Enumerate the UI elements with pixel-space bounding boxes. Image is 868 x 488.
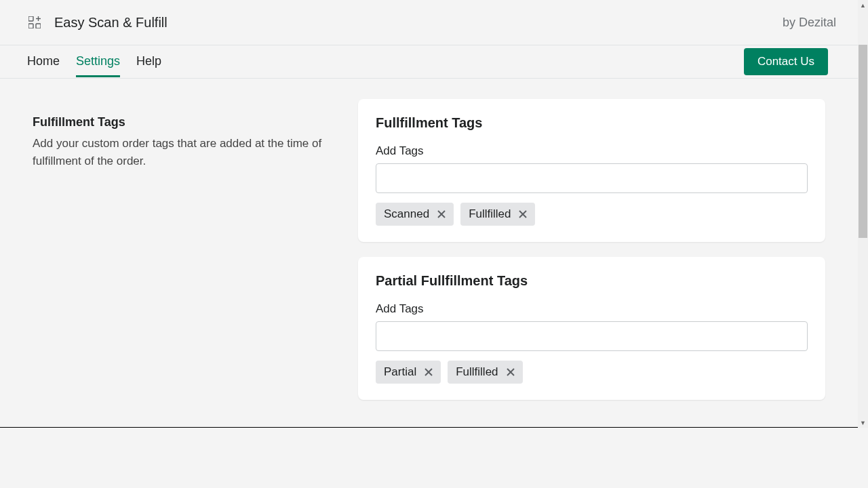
tab-help[interactable]: Help xyxy=(136,46,161,77)
close-icon[interactable] xyxy=(517,209,528,220)
tabs: Home Settings Help xyxy=(27,45,161,78)
close-icon[interactable] xyxy=(423,367,434,378)
tags-row: Scanned Fullfilled xyxy=(376,203,808,226)
tag-chip: Fullfilled xyxy=(448,361,522,384)
tag-label: Fullfilled xyxy=(469,207,511,221)
section-description: Fulfillment Tags Add your custom order t… xyxy=(33,99,344,400)
add-tags-input[interactable] xyxy=(376,321,808,351)
vendor-label: by Dezital xyxy=(783,16,836,30)
close-icon[interactable] xyxy=(436,209,447,220)
tag-label: Scanned xyxy=(384,207,429,221)
tag-chip: Scanned xyxy=(376,203,454,226)
scrollbar-thumb[interactable] xyxy=(859,45,867,238)
tags-row: Partial Fullfilled xyxy=(376,361,808,384)
app-grid-icon xyxy=(28,16,41,28)
card-title: Partial Fullfillment Tags xyxy=(376,273,808,289)
svg-rect-0 xyxy=(28,16,33,21)
add-tags-label: Add Tags xyxy=(376,302,808,316)
contact-us-button[interactable]: Contact Us xyxy=(744,48,828,75)
tag-label: Partial xyxy=(384,365,416,379)
add-tags-label: Add Tags xyxy=(376,144,808,158)
nav-row: Home Settings Help Contact Us xyxy=(0,45,858,79)
card-title: Fullfillment Tags xyxy=(376,115,808,131)
main-content: Fulfillment Tags Add your custom order t… xyxy=(0,79,858,400)
app-header: Easy Scan & Fulfill by Dezital xyxy=(0,0,858,45)
partial-fulfillment-tags-card: Partial Fullfillment Tags Add Tags Parti… xyxy=(358,257,825,400)
scroll-up-icon[interactable]: ▲ xyxy=(858,0,868,10)
tag-chip: Partial xyxy=(376,361,441,384)
close-icon[interactable] xyxy=(505,367,516,378)
tag-label: Fullfilled xyxy=(456,365,498,379)
app-title: Easy Scan & Fulfill xyxy=(54,15,167,30)
svg-rect-2 xyxy=(36,24,41,28)
vertical-scrollbar[interactable]: ▲ ▼ xyxy=(858,0,868,428)
scroll-down-icon[interactable]: ▼ xyxy=(858,418,868,428)
add-tags-input[interactable] xyxy=(376,163,808,193)
cards-column: Fullfillment Tags Add Tags Scanned Fullf… xyxy=(358,99,825,400)
tab-settings[interactable]: Settings xyxy=(76,46,120,77)
fulfillment-tags-card: Fullfillment Tags Add Tags Scanned Fullf… xyxy=(358,99,825,242)
tab-home[interactable]: Home xyxy=(27,46,60,77)
section-heading: Fulfillment Tags xyxy=(33,115,344,129)
tag-chip: Fullfilled xyxy=(460,203,535,226)
section-text: Add your custom order tags that are adde… xyxy=(33,135,344,169)
svg-rect-1 xyxy=(28,24,33,28)
